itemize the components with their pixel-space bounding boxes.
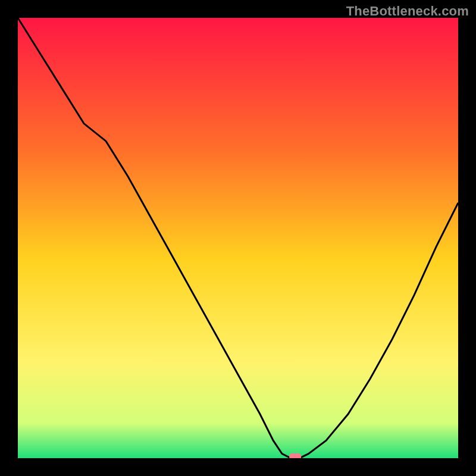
minimum-marker	[289, 453, 301, 458]
watermark-text: TheBottleneck.com	[346, 4, 469, 19]
chart-svg	[18, 18, 458, 458]
plot-area	[18, 18, 458, 458]
chart-frame: TheBottleneck.com	[0, 0, 476, 476]
gradient-background	[18, 18, 458, 458]
